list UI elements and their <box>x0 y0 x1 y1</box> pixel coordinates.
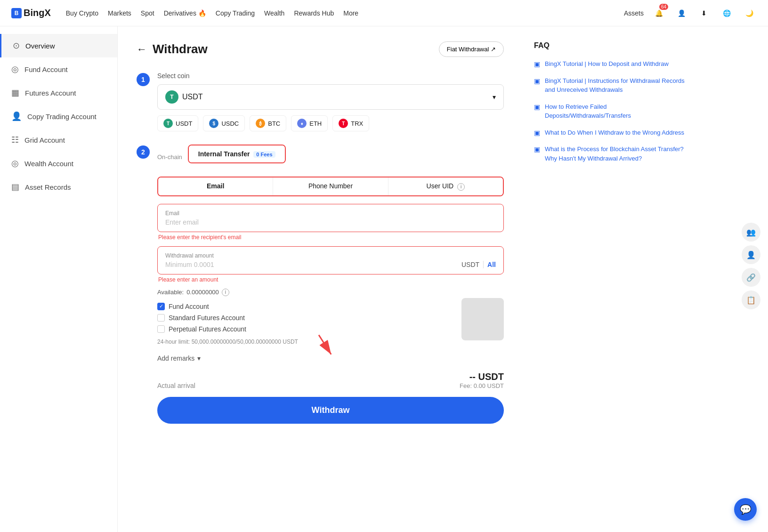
email-input[interactable] <box>165 218 496 226</box>
sidebar-wealth-label: Wealth Account <box>24 160 73 168</box>
copy-trading-icon: 👤 <box>11 111 22 121</box>
arrival-section: Actual arrival -- USDT Fee: 0.00 USDT <box>157 371 504 389</box>
remarks-chevron: ▾ <box>197 355 201 362</box>
available-info-icon[interactable]: i <box>222 289 229 296</box>
sidebar-item-wealth[interactable]: ◎ Wealth Account <box>0 152 117 175</box>
step2-number: 2 <box>137 145 150 159</box>
arrival-amount: -- USDT <box>460 371 504 382</box>
sidebar: ⊙ Overview ◎ Fund Account ▦ Futures Acco… <box>0 26 118 532</box>
email-error: Please enter the recipient's email <box>157 234 504 241</box>
faq-item-0[interactable]: ▣ BingX Tutorial | How to Deposit and Wi… <box>534 59 690 69</box>
quick-coin-usdt-label: USDT <box>176 120 192 127</box>
faq-text-1: BingX Tutorial | Instructions for Withdr… <box>545 76 690 95</box>
internal-transfer-label: Internal Transfer <box>198 150 250 158</box>
standard-futures-label: Standard Futures Account <box>169 314 245 322</box>
quick-coin-usdt[interactable]: T USDT <box>157 115 198 131</box>
actual-arrival-label: Actual arrival <box>157 382 195 389</box>
wealth-icon: ◎ <box>11 158 19 169</box>
nav-more[interactable]: More <box>343 9 358 17</box>
faq-icon-0: ▣ <box>534 60 540 68</box>
top-nav: B BingX Buy Crypto Markets Spot Derivati… <box>0 0 768 26</box>
step1-content: Select coin T USDT ▾ T USDT <box>157 72 504 131</box>
futures-icon: ▦ <box>11 88 19 98</box>
faq-text-2: How to Retrieve Failed Deposits/Withdraw… <box>545 102 690 121</box>
sidebar-item-futures[interactable]: ▦ Futures Account <box>0 81 117 105</box>
sidebar-item-overview[interactable]: ⊙ Overview <box>0 34 117 57</box>
overview-icon: ⊙ <box>13 40 20 51</box>
nav-right: Assets 🔔 64 👤 ⬇ 🌐 🌙 <box>624 6 757 21</box>
phone-tab[interactable]: Phone Number <box>273 177 388 195</box>
nav-spot[interactable]: Spot <box>141 9 154 17</box>
arrival-right: -- USDT Fee: 0.00 USDT <box>460 371 504 389</box>
nav-wealth[interactable]: Wealth <box>264 9 284 17</box>
quick-coin-usdc[interactable]: $ USDC <box>203 115 245 131</box>
back-button[interactable]: ← <box>137 43 147 56</box>
transfer-method-row: On-chain Internal Transfer 0 Fees <box>157 145 504 169</box>
faq-item-1[interactable]: ▣ BingX Tutorial | Instructions for With… <box>534 76 690 95</box>
faq-item-2[interactable]: ▣ How to Retrieve Failed Deposits/Withdr… <box>534 102 690 121</box>
available-label: Available: <box>157 289 184 296</box>
right-action-1[interactable]: 👥 <box>742 223 760 242</box>
profile-button[interactable]: 👤 <box>674 6 689 21</box>
internal-transfer-tab[interactable]: Internal Transfer 0 Fees <box>189 145 285 162</box>
email-tab[interactable]: Email <box>158 177 273 195</box>
fiat-withdrawal-button[interactable]: Fiat Withdrawal ↗ <box>439 41 504 57</box>
nav-rewards[interactable]: Rewards Hub <box>294 9 334 17</box>
withdraw-header: ← Withdraw Fiat Withdrawal ↗ <box>137 41 504 57</box>
sidebar-item-asset-records[interactable]: ▤ Asset Records <box>0 175 117 199</box>
checkbox-fund[interactable]: ✓ Fund Account <box>157 303 504 310</box>
sidebar-futures-label: Futures Account <box>25 89 76 97</box>
withdraw-title: ← Withdraw <box>137 42 208 56</box>
uid-tab[interactable]: User UID i <box>388 177 503 195</box>
fund-icon: ◎ <box>11 64 19 74</box>
quick-coin-btc[interactable]: ₿ BTC <box>250 115 286 131</box>
sidebar-item-fund[interactable]: ◎ Fund Account <box>0 57 117 81</box>
amount-input[interactable] <box>165 261 461 268</box>
checkbox-standard-futures[interactable]: Standard Futures Account <box>157 314 504 322</box>
faq-item-3[interactable]: ▣ What to Do When I Withdraw to the Wron… <box>534 128 690 137</box>
layout: ⊙ Overview ◎ Fund Account ▦ Futures Acco… <box>0 26 768 532</box>
fund-checkbox-box[interactable]: ✓ <box>157 303 165 310</box>
download-button[interactable]: ⬇ <box>696 6 711 21</box>
step1-label: Select coin <box>157 72 504 80</box>
perpetual-futures-label: Perpetual Futures Account <box>169 325 246 333</box>
right-action-2[interactable]: 👤 <box>742 245 760 264</box>
chat-button[interactable]: 💬 <box>734 498 757 521</box>
perpetual-futures-checkbox-box[interactable] <box>157 325 165 333</box>
uid-info-icon[interactable]: i <box>457 183 465 191</box>
withdraw-button[interactable]: Withdraw <box>157 397 504 424</box>
email-field-label: Email <box>165 210 496 217</box>
available-row: Available: 0.00000000 i <box>157 289 504 296</box>
assets-button[interactable]: Assets <box>624 9 644 17</box>
right-action-4[interactable]: 📋 <box>742 290 760 309</box>
quick-coin-trx-label: TRX <box>351 120 363 127</box>
faq-text-0: BingX Tutorial | How to Deposit and With… <box>545 59 669 69</box>
nav-copy-trading[interactable]: Copy Trading <box>216 9 255 17</box>
nav-markets[interactable]: Markets <box>108 9 131 17</box>
transfer-tabs: Internal Transfer 0 Fees <box>188 145 286 163</box>
selected-coin-label: USDT <box>182 93 203 101</box>
right-actions: 👥 👤 🔗 📋 <box>742 223 760 309</box>
faq-item-4[interactable]: ▣ What is the Process for Blockchain Ass… <box>534 145 690 163</box>
language-button[interactable]: 🌐 <box>719 6 734 21</box>
standard-futures-checkbox-box[interactable] <box>157 314 165 322</box>
all-button[interactable]: All <box>483 261 496 268</box>
step2-content: On-chain Internal Transfer 0 Fees Email … <box>157 145 504 424</box>
nav-derivatives[interactable]: Derivatives 🔥 <box>164 9 206 17</box>
quick-coin-trx[interactable]: T TRX <box>332 115 369 131</box>
sidebar-asset-records-label: Asset Records <box>25 183 71 191</box>
quick-coin-eth[interactable]: ♦ ETH <box>291 115 328 131</box>
theme-button[interactable]: 🌙 <box>742 6 757 21</box>
sidebar-grid-label: Grid Account <box>24 136 65 144</box>
fee-badge: 0 Fees <box>253 151 275 158</box>
notification-button[interactable]: 🔔 64 <box>651 6 666 21</box>
red-arrow <box>312 331 340 361</box>
selected-coin: T USDT <box>165 90 203 104</box>
page-title: Withdraw <box>153 42 208 56</box>
usdt-badge: T <box>165 90 178 104</box>
coin-selector[interactable]: T USDT ▾ <box>157 84 504 110</box>
nav-buy-crypto[interactable]: Buy Crypto <box>66 9 98 17</box>
sidebar-item-copy-trading[interactable]: 👤 Copy Trading Account <box>0 105 117 128</box>
sidebar-item-grid[interactable]: ☷ Grid Account <box>0 128 117 152</box>
right-action-3[interactable]: 🔗 <box>742 268 760 287</box>
